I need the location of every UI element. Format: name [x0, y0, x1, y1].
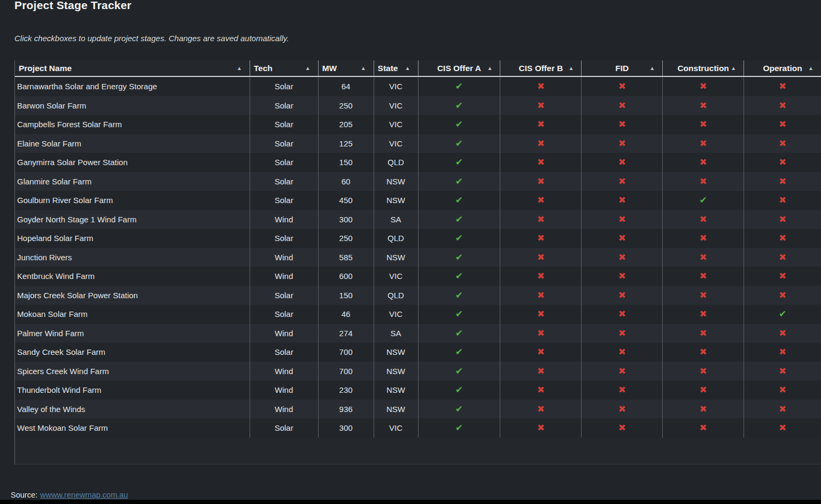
stage-checkbox-cis-offer-a[interactable]: ✔	[418, 153, 500, 172]
stage-checkbox-cis-offer-a[interactable]: ✔	[418, 115, 500, 134]
stage-checkbox-fid[interactable]: ✖	[581, 153, 662, 172]
stage-checkbox-cis-offer-b[interactable]: ✖	[500, 115, 581, 134]
stage-checkbox-operation[interactable]: ✖	[743, 77, 821, 96]
stage-checkbox-fid[interactable]: ✖	[581, 77, 662, 96]
stage-checkbox-construction[interactable]: ✔	[662, 191, 743, 210]
stage-checkbox-cis-offer-a[interactable]: ✔	[418, 134, 500, 153]
column-header-cis-offer-a[interactable]: CIS Offer A▲	[418, 60, 500, 76]
stage-checkbox-operation[interactable]: ✖	[743, 400, 821, 419]
stage-checkbox-construction[interactable]: ✖	[662, 153, 743, 172]
stage-checkbox-construction[interactable]: ✖	[662, 134, 743, 153]
stage-checkbox-cis-offer-a[interactable]: ✔	[418, 248, 500, 267]
stage-checkbox-cis-offer-a[interactable]: ✔	[418, 229, 500, 248]
stage-checkbox-operation[interactable]: ✖	[743, 134, 821, 153]
stage-checkbox-fid[interactable]: ✖	[581, 134, 662, 153]
stage-checkbox-fid[interactable]: ✖	[581, 324, 662, 343]
stage-checkbox-operation[interactable]: ✔	[743, 305, 821, 324]
stage-checkbox-operation[interactable]: ✖	[743, 381, 821, 400]
source-link[interactable]: wwww.renewmap.com.au	[40, 491, 128, 499]
stage-checkbox-operation[interactable]: ✖	[743, 324, 821, 343]
stage-checkbox-operation[interactable]: ✖	[743, 248, 821, 267]
column-header-mw[interactable]: MW▲	[318, 60, 374, 76]
stage-checkbox-fid[interactable]: ✖	[581, 191, 662, 210]
stage-checkbox-construction[interactable]: ✖	[662, 400, 743, 419]
stage-checkbox-construction[interactable]: ✖	[662, 248, 743, 267]
stage-checkbox-cis-offer-b[interactable]: ✖	[500, 381, 581, 400]
stage-checkbox-fid[interactable]: ✖	[581, 248, 662, 267]
stage-checkbox-operation[interactable]: ✖	[743, 267, 821, 286]
stage-checkbox-operation[interactable]: ✖	[743, 172, 821, 191]
stage-checkbox-fid[interactable]: ✖	[581, 362, 662, 381]
stage-checkbox-fid[interactable]: ✖	[581, 400, 662, 419]
stage-checkbox-construction[interactable]: ✖	[662, 267, 743, 286]
stage-checkbox-cis-offer-b[interactable]: ✖	[500, 305, 581, 324]
stage-checkbox-operation[interactable]: ✖	[743, 362, 821, 381]
column-header-tech[interactable]: Tech▲	[250, 60, 318, 76]
stage-checkbox-cis-offer-a[interactable]: ✔	[418, 267, 500, 286]
column-header-construction[interactable]: Construction▲	[662, 60, 743, 76]
stage-checkbox-cis-offer-a[interactable]: ✔	[418, 324, 500, 343]
stage-checkbox-cis-offer-a[interactable]: ✔	[418, 191, 500, 210]
stage-checkbox-cis-offer-b[interactable]: ✖	[500, 134, 581, 153]
stage-checkbox-cis-offer-a[interactable]: ✔	[418, 210, 500, 229]
stage-checkbox-construction[interactable]: ✖	[662, 172, 743, 191]
stage-checkbox-fid[interactable]: ✖	[581, 343, 662, 362]
stage-checkbox-operation[interactable]: ✖	[743, 343, 821, 362]
stage-checkbox-cis-offer-a[interactable]: ✔	[418, 96, 500, 115]
stage-checkbox-construction[interactable]: ✖	[662, 210, 743, 229]
stage-checkbox-construction[interactable]: ✖	[662, 381, 743, 400]
stage-checkbox-cis-offer-b[interactable]: ✖	[500, 400, 581, 419]
stage-checkbox-cis-offer-b[interactable]: ✖	[500, 229, 581, 248]
stage-checkbox-cis-offer-a[interactable]: ✔	[418, 172, 500, 191]
stage-checkbox-cis-offer-a[interactable]: ✔	[418, 343, 500, 362]
column-header-cis-offer-b[interactable]: CIS Offer B▲	[500, 60, 581, 76]
stage-checkbox-construction[interactable]: ✖	[662, 77, 743, 96]
stage-checkbox-cis-offer-b[interactable]: ✖	[500, 324, 581, 343]
stage-checkbox-operation[interactable]: ✖	[743, 191, 821, 210]
column-header-project-name[interactable]: Project Name▲	[15, 60, 250, 76]
stage-checkbox-operation[interactable]: ✖	[743, 153, 821, 172]
stage-checkbox-operation[interactable]: ✖	[743, 229, 821, 248]
stage-checkbox-cis-offer-b[interactable]: ✖	[500, 210, 581, 229]
stage-checkbox-fid[interactable]: ✖	[581, 115, 662, 134]
stage-checkbox-construction[interactable]: ✖	[662, 96, 743, 115]
stage-checkbox-fid[interactable]: ✖	[581, 418, 662, 438]
stage-checkbox-cis-offer-b[interactable]: ✖	[500, 362, 581, 381]
stage-checkbox-construction[interactable]: ✖	[662, 305, 743, 324]
stage-checkbox-cis-offer-a[interactable]: ✔	[418, 77, 500, 96]
stage-checkbox-cis-offer-a[interactable]: ✔	[418, 400, 500, 419]
stage-checkbox-construction[interactable]: ✖	[662, 324, 743, 343]
stage-checkbox-cis-offer-a[interactable]: ✔	[418, 286, 500, 305]
stage-checkbox-cis-offer-a[interactable]: ✔	[418, 362, 500, 381]
stage-checkbox-cis-offer-b[interactable]: ✖	[500, 267, 581, 286]
stage-checkbox-fid[interactable]: ✖	[581, 172, 662, 191]
stage-checkbox-fid[interactable]: ✖	[581, 381, 662, 400]
stage-checkbox-operation[interactable]: ✖	[743, 96, 821, 115]
stage-checkbox-fid[interactable]: ✖	[581, 210, 662, 229]
column-header-state[interactable]: State▲	[374, 60, 418, 76]
stage-checkbox-fid[interactable]: ✖	[581, 96, 662, 115]
stage-checkbox-operation[interactable]: ✖	[743, 210, 821, 229]
stage-checkbox-cis-offer-b[interactable]: ✖	[500, 343, 581, 362]
stage-checkbox-cis-offer-b[interactable]: ✖	[500, 286, 581, 305]
stage-checkbox-cis-offer-a[interactable]: ✔	[418, 305, 500, 324]
stage-checkbox-construction[interactable]: ✖	[662, 418, 743, 438]
column-header-fid[interactable]: FID▲	[581, 60, 662, 76]
stage-checkbox-cis-offer-b[interactable]: ✖	[500, 96, 581, 115]
stage-checkbox-fid[interactable]: ✖	[581, 229, 662, 248]
stage-checkbox-cis-offer-a[interactable]: ✔	[418, 381, 500, 400]
stage-checkbox-construction[interactable]: ✖	[662, 229, 743, 248]
stage-checkbox-cis-offer-b[interactable]: ✖	[500, 418, 581, 438]
stage-checkbox-cis-offer-b[interactable]: ✖	[500, 153, 581, 172]
stage-checkbox-cis-offer-b[interactable]: ✖	[500, 191, 581, 210]
stage-checkbox-operation[interactable]: ✖	[743, 286, 821, 305]
stage-checkbox-operation[interactable]: ✖	[743, 115, 821, 134]
stage-checkbox-construction[interactable]: ✖	[662, 286, 743, 305]
stage-checkbox-construction[interactable]: ✖	[662, 115, 743, 134]
stage-checkbox-operation[interactable]: ✖	[743, 418, 821, 438]
stage-checkbox-cis-offer-b[interactable]: ✖	[500, 77, 581, 96]
stage-checkbox-cis-offer-a[interactable]: ✔	[418, 418, 500, 438]
stage-checkbox-cis-offer-b[interactable]: ✖	[500, 172, 581, 191]
stage-checkbox-fid[interactable]: ✖	[581, 305, 662, 324]
stage-checkbox-fid[interactable]: ✖	[581, 286, 662, 305]
